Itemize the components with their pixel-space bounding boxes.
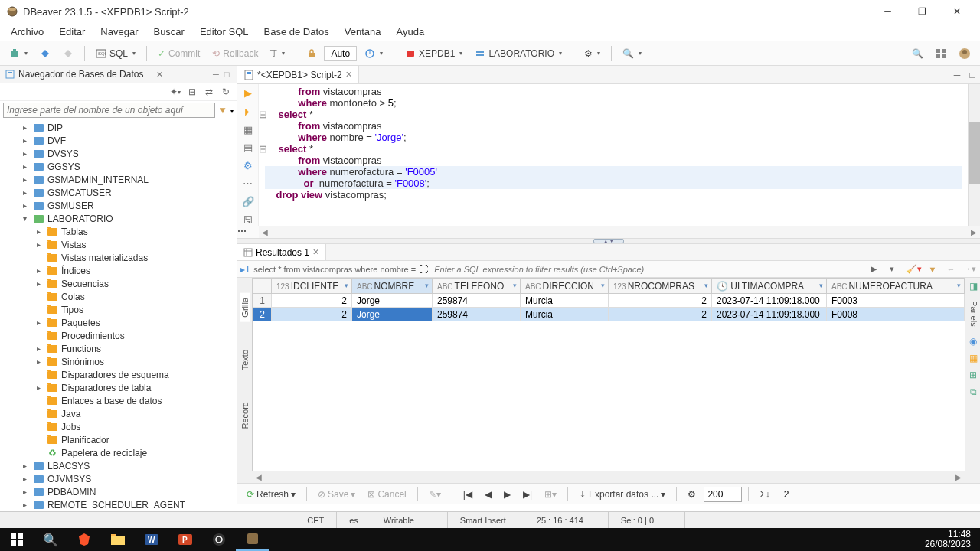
panels-label[interactable]: Panels — [965, 295, 980, 333]
panels-toggle-icon[interactable]: ◨ — [966, 279, 980, 293]
export-button[interactable]: ⤓Exportar datos ...▾ — [574, 487, 670, 501]
filter-funnel-icon[interactable]: ▼ — [218, 105, 227, 116]
perspective-button[interactable] — [931, 46, 951, 61]
col-nrocompras[interactable]: 123NROCOMPRAS▾ — [609, 279, 712, 294]
folder-indices[interactable]: ▸Índices — [0, 264, 237, 277]
folder-tipos[interactable]: Tipos — [0, 303, 237, 316]
dbeaver-taskbar-icon[interactable] — [236, 528, 270, 551]
search-taskbar-button[interactable]: 🔍 — [34, 528, 67, 551]
filter-history-icon[interactable]: ▾ — [884, 262, 900, 276]
menu-editor-sql[interactable]: Editor SQL — [192, 24, 256, 40]
disconnect-button[interactable] — [58, 46, 78, 61]
powerpoint-taskbar-icon[interactable]: P — [168, 528, 202, 551]
schema-ggsys[interactable]: ▸GGSYS — [0, 160, 237, 173]
nav-collapse-button[interactable]: ⊟ — [185, 85, 200, 99]
sql-editor-button[interactable]: SQLSQL▾ — [91, 46, 140, 61]
folder-java[interactable]: Java — [0, 407, 237, 420]
schema-pdbadmin[interactable]: ▸PDBADMIN — [0, 485, 237, 498]
folder-procedimientos[interactable]: Procedimientos — [0, 329, 237, 342]
navigator-close-button[interactable]: ✕ — [154, 69, 165, 80]
schema-combo[interactable]: LABORATORIO▾ — [470, 46, 567, 61]
prev-button[interactable]: ◀ — [480, 487, 496, 501]
execute-script-icon[interactable]: ⏵ — [242, 106, 254, 118]
grid-hscroll-right[interactable]: ▶ — [952, 471, 965, 483]
word-taskbar-icon[interactable]: W — [135, 528, 168, 551]
commit-button[interactable]: ✓Commit — [153, 46, 204, 61]
sql-editor[interactable]: from vistacompras where montoneto > 5; ⊟… — [259, 84, 968, 226]
connect-button[interactable] — [35, 46, 55, 61]
editor-vscroll[interactable] — [968, 84, 980, 226]
next-button[interactable]: ▶ — [499, 487, 515, 501]
filter-funnel-icon[interactable]: ▼ — [925, 262, 940, 276]
page-button[interactable]: ⊞▾ — [540, 487, 561, 501]
history-button[interactable]: ▾ — [360, 46, 387, 61]
col-telefono[interactable]: ABCTELEFONO▾ — [433, 279, 521, 294]
rollback-button[interactable]: ⟲Rollback — [207, 46, 263, 61]
schema-lbacsys[interactable]: ▸LBACSYS — [0, 459, 237, 472]
grid-tab-record[interactable]: Record — [240, 397, 250, 433]
editor-tab-close-icon[interactable]: ✕ — [345, 70, 352, 80]
schema-gsmadmin[interactable]: ▸GSMADMIN_INTERNAL — [0, 173, 237, 186]
hscroll-left-icon[interactable]: ◀ — [259, 226, 271, 238]
folder-jobs[interactable]: Jobs — [0, 420, 237, 433]
table-row[interactable]: 1 2 Jorge 259874 Murcia 2 2023-07-14 11:… — [253, 294, 965, 308]
filter-apply-icon[interactable]: ▶ — [866, 262, 881, 276]
explorer-taskbar-icon[interactable] — [101, 528, 135, 551]
folder-sinonimos[interactable]: ▸Sinónimos — [0, 355, 237, 368]
nav-new-button[interactable]: ✦▾ — [168, 85, 183, 99]
search-button[interactable]: 🔍 — [907, 46, 928, 61]
filter-fwd-icon[interactable]: →▾ — [962, 262, 977, 276]
dots-icon[interactable]: ⋯ — [242, 178, 254, 190]
folder-tablas[interactable]: ▸Tablas — [0, 225, 237, 238]
filter-clear-icon[interactable]: 🧹▾ — [906, 262, 922, 276]
folder-paquetes[interactable]: ▸Paquetes — [0, 316, 237, 329]
schema-remote-sched[interactable]: ▸REMOTE_SCHEDULER_AGENT — [0, 498, 237, 511]
results-grid[interactable]: 123IDCLIENTE▾ ABCNOMBRE▾ ABCTELEFONO▾ AB… — [253, 278, 965, 471]
schema-dvf[interactable]: ▸DVF — [0, 134, 237, 147]
results-tab-1[interactable]: Resultados 1 ✕ — [237, 244, 326, 260]
schema-ojvmsys[interactable]: ▸OJVMSYS — [0, 472, 237, 485]
folder-papelera[interactable]: ♻Papelera de reciclaje — [0, 446, 237, 459]
schema-gsmuser[interactable]: ▸GSMUSER — [0, 199, 237, 212]
results-filter-input[interactable] — [431, 264, 863, 275]
plan-icon[interactable]: ▤ — [242, 142, 254, 154]
schema-dvsys[interactable]: ▸DVSYS — [0, 147, 237, 160]
last-button[interactable]: ▶| — [518, 487, 537, 501]
col-idcliente[interactable]: 123IDCLIENTE▾ — [272, 279, 352, 294]
col-direccion[interactable]: ABCDIRECCION▾ — [521, 279, 609, 294]
grid-tab-texto[interactable]: Texto — [240, 345, 250, 374]
auto-commit-combo[interactable]: Auto — [324, 46, 357, 61]
schema-dip[interactable]: ▸DIP — [0, 121, 237, 134]
start-button[interactable] — [0, 528, 34, 551]
maximize-button[interactable]: ❐ — [905, 1, 939, 22]
brave-taskbar-icon[interactable] — [67, 528, 101, 551]
navigator-tab[interactable]: Navegador de Bases de Datos — [5, 69, 154, 80]
menu-ayuda[interactable]: Ayuda — [389, 24, 433, 40]
minimize-button[interactable]: ─ — [871, 1, 905, 22]
menu-navegar[interactable]: Navegar — [93, 24, 145, 40]
explain-icon[interactable]: ▦ — [242, 123, 254, 135]
schema-laboratorio[interactable]: ▾LABORATORIO — [0, 212, 237, 225]
hscroll-right-icon[interactable]: ▶ — [968, 226, 980, 238]
editor-hscroll[interactable] — [271, 226, 968, 238]
folder-enlaces[interactable]: Enlaces a base de datos — [0, 394, 237, 407]
refresh-button[interactable]: ⟳Refresh▾ — [242, 487, 300, 501]
save-icon[interactable]: 🖫 — [242, 214, 254, 226]
results-tab-close-icon[interactable]: ✕ — [312, 247, 319, 257]
connection-combo[interactable]: XEPDB1▾ — [400, 46, 467, 61]
folder-colas[interactable]: Colas — [0, 290, 237, 303]
rownum-header[interactable] — [253, 279, 272, 294]
menu-base-de-datos[interactable]: Base de Datos — [256, 24, 337, 40]
config-button[interactable]: ⚙ — [683, 487, 701, 501]
nav-refresh-button[interactable]: ↻ — [218, 85, 234, 99]
panel-value-icon[interactable]: ◉ — [966, 334, 980, 348]
folder-vistas[interactable]: ▸Vistas — [0, 238, 237, 251]
editor-minimize-button[interactable]: ─ — [949, 66, 965, 83]
folder-secuencias[interactable]: ▸Secuencias — [0, 277, 237, 290]
first-button[interactable]: |◀ — [459, 487, 477, 501]
search-toolbar-button[interactable]: 🔍▾ — [618, 46, 646, 61]
filter-dropdown-icon[interactable]: ▾ — [230, 105, 234, 116]
taskbar-clock[interactable]: 11:48 26/08/2023 — [916, 530, 980, 549]
close-button[interactable]: ✕ — [939, 1, 974, 22]
save-button[interactable]: ⊘Save▾ — [313, 487, 360, 501]
